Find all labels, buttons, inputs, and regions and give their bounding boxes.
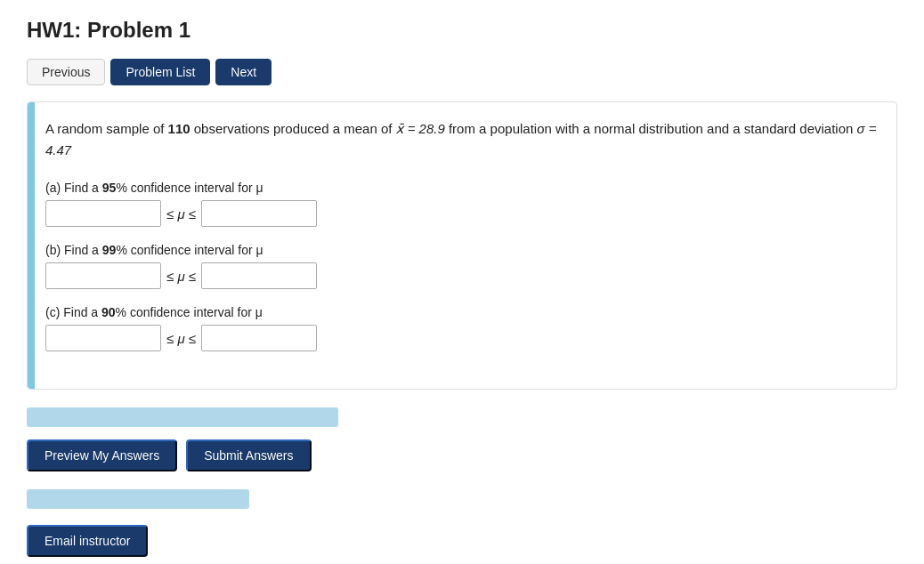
- interval-row-b: ≤ μ ≤: [45, 262, 879, 289]
- sub-problem-c: (c) Find a 90% confidence interval for μ…: [45, 305, 879, 351]
- sub-problem-a: (a) Find a 95% confidence interval for μ…: [45, 181, 879, 227]
- input-a-right[interactable]: [201, 200, 317, 227]
- problem-statement-text: A random sample of 110 observations prod…: [45, 118, 879, 161]
- preview-answers-button[interactable]: Preview My Answers: [27, 439, 177, 471]
- interval-row-a: ≤ μ ≤: [45, 200, 879, 227]
- leq-mu-leq-c: ≤ μ ≤: [166, 331, 196, 346]
- nav-buttons: Previous Problem List Next: [27, 59, 897, 85]
- sub-problem-a-label: (a) Find a 95% confidence interval for μ: [45, 181, 879, 195]
- sub-problem-b-label: (b) Find a 99% confidence interval for μ: [45, 243, 879, 257]
- interval-row-c: ≤ μ ≤: [45, 325, 879, 351]
- redacted-bar-2: [27, 489, 249, 509]
- input-c-left[interactable]: [45, 325, 161, 351]
- action-buttons: Preview My Answers Submit Answers: [27, 439, 897, 471]
- email-section: Email instructor: [27, 525, 897, 557]
- problem-list-button[interactable]: Problem List: [110, 59, 210, 85]
- redacted-bar-1: [27, 407, 338, 427]
- next-button[interactable]: Next: [215, 59, 272, 85]
- sub-problem-c-label: (c) Find a 90% confidence interval for μ: [45, 305, 879, 319]
- highlight-bar: [28, 102, 35, 389]
- page-title: HW1: Problem 1: [27, 18, 897, 43]
- leq-mu-leq-b: ≤ μ ≤: [166, 269, 196, 284]
- input-a-left[interactable]: [45, 200, 161, 227]
- input-b-right[interactable]: [201, 262, 317, 289]
- previous-button[interactable]: Previous: [27, 59, 105, 85]
- problem-box: A random sample of 110 observations prod…: [27, 101, 897, 390]
- submit-answers-button[interactable]: Submit Answers: [186, 439, 311, 471]
- sub-problem-b: (b) Find a 99% confidence interval for μ…: [45, 243, 879, 289]
- email-instructor-button[interactable]: Email instructor: [27, 525, 148, 557]
- leq-mu-leq-a: ≤ μ ≤: [166, 206, 196, 222]
- input-c-right[interactable]: [201, 325, 317, 351]
- input-b-left[interactable]: [45, 262, 161, 289]
